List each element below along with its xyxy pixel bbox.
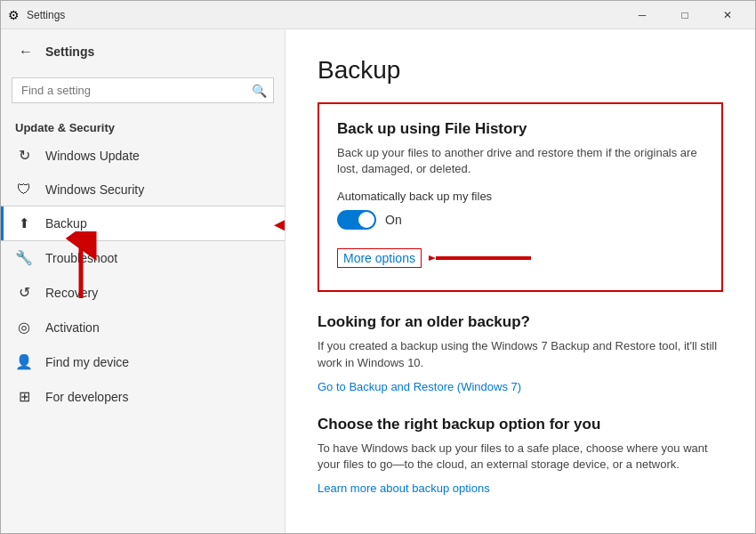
sidebar-item-backup[interactable]: ⬆ Backup ◀ (1, 206, 285, 240)
sidebar-arrow-annotation: ◀ (274, 210, 286, 238)
file-history-desc: Back up your files to another drive and … (337, 145, 704, 177)
file-history-title: Back up using File History (337, 120, 704, 138)
section-label: Update & Security (1, 114, 285, 138)
arrow-svg (54, 231, 108, 303)
activation-icon: ◎ (15, 319, 33, 336)
for-developers-icon: ⊞ (15, 388, 33, 405)
main-content: Backup Back up using File History Back u… (286, 29, 755, 533)
titlebar-controls: ─ □ ✕ (622, 1, 748, 29)
minimize-button[interactable]: ─ (622, 1, 663, 29)
sidebar-item-label: Activation (45, 320, 100, 335)
find-my-device-icon: 👤 (15, 353, 33, 370)
windows-update-icon: ↻ (15, 147, 33, 164)
troubleshoot-icon: 🔧 (15, 249, 33, 266)
choose-backup-heading: Choose the right backup option for you (318, 416, 723, 433)
more-options-link[interactable]: More options (337, 248, 422, 268)
page-title: Backup (318, 56, 723, 85)
windows-security-icon: 🛡 (15, 182, 33, 198)
choose-backup-section: Choose the right backup option for you T… (318, 416, 723, 496)
sidebar-header: ← Settings (1, 29, 285, 74)
sidebar-item-label: Windows Security (45, 182, 144, 197)
back-button[interactable]: ← (15, 40, 36, 63)
older-backup-link[interactable]: Go to Backup and Restore (Windows 7) (318, 380, 521, 393)
search-icon: 🔍 (252, 84, 267, 98)
window-content: ← Settings 🔍 Update & Security ↻ Windows… (1, 29, 755, 533)
auto-backup-label: Automatically back up my files (337, 190, 704, 203)
older-backup-section: Looking for an older backup? If you crea… (318, 313, 723, 393)
backup-icon: ⬆ (15, 215, 33, 231)
window-icon: ⚙ (8, 8, 20, 22)
sidebar-item-label: For developers (45, 390, 128, 404)
recovery-icon: ↺ (15, 284, 33, 301)
big-red-arrow (54, 231, 108, 308)
settings-window: ⚙ Settings ─ □ ✕ ← Settings 🔍 Update & S… (0, 0, 756, 534)
titlebar: ⚙ Settings ─ □ ✕ (1, 1, 755, 29)
more-options-arrow-svg (429, 242, 535, 274)
older-backup-text: If you created a backup using the Window… (318, 338, 723, 370)
app-title: Settings (45, 44, 94, 59)
search-box: 🔍 (12, 77, 274, 103)
toggle-state-label: On (385, 213, 402, 227)
sidebar-item-troubleshoot[interactable]: 🔧 Troubleshoot (1, 240, 285, 275)
file-history-card: Back up using File History Back up your … (318, 102, 723, 292)
more-options-row: More options (337, 242, 704, 274)
sidebar-item-for-developers[interactable]: ⊞ For developers (1, 379, 285, 414)
titlebar-title: Settings (27, 9, 65, 21)
older-backup-heading: Looking for an older backup? (318, 313, 723, 331)
sidebar-item-label: Windows Update (45, 149, 140, 163)
sidebar-item-find-my-device[interactable]: 👤 Find my device (1, 344, 285, 379)
auto-backup-toggle[interactable] (337, 210, 376, 230)
close-button[interactable]: ✕ (707, 1, 748, 29)
maximize-button[interactable]: □ (664, 1, 705, 29)
sidebar-item-windows-security[interactable]: 🛡 Windows Security (1, 173, 285, 206)
sidebar-item-label: Backup (45, 216, 87, 231)
sidebar-item-label: Find my device (45, 355, 129, 369)
sidebar-item-recovery[interactable]: ↺ Recovery (1, 275, 285, 310)
choose-backup-link[interactable]: Learn more about backup options (318, 481, 490, 495)
sidebar-item-windows-update[interactable]: ↻ Windows Update (1, 138, 285, 173)
toggle-row: On (337, 210, 704, 230)
choose-backup-text: To have Windows back up your files to a … (318, 441, 723, 473)
search-input[interactable] (12, 77, 274, 103)
sidebar: ← Settings 🔍 Update & Security ↻ Windows… (1, 29, 286, 533)
sidebar-item-activation[interactable]: ◎ Activation (1, 310, 285, 344)
